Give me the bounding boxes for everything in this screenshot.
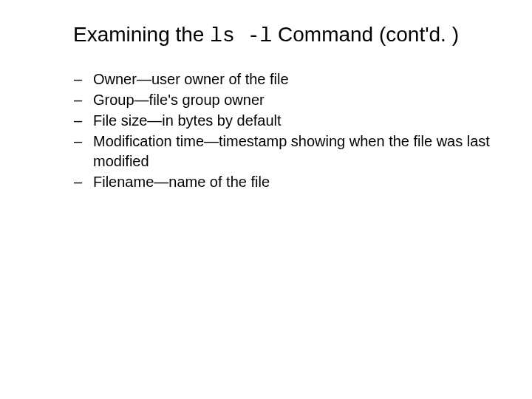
list-item-text: Group—file's group owner: [93, 90, 495, 110]
list-item-text: File size—in bytes by default: [93, 111, 495, 131]
title-command: ls -l: [210, 24, 272, 47]
list-item: – File size—in bytes by default: [74, 111, 495, 131]
bullet-list: – Owner—user owner of the file – Group—f…: [37, 69, 495, 192]
list-item-text: Owner—user owner of the file: [93, 69, 495, 89]
bullet-dash-icon: –: [74, 132, 93, 151]
list-item: – Filename—name of the file: [74, 172, 495, 192]
bullet-dash-icon: –: [74, 111, 93, 131]
list-item-text: Filename—name of the file: [93, 172, 495, 192]
list-item: – Group—file's group owner: [74, 90, 495, 110]
bullet-dash-icon: –: [74, 69, 93, 89]
title-suffix: Command (cont'd. ): [272, 23, 459, 46]
list-item: – Owner—user owner of the file: [74, 69, 495, 89]
list-item: – Modification time—timestamp showing wh…: [74, 132, 495, 171]
title-prefix: Examining the: [73, 23, 210, 46]
bullet-dash-icon: –: [74, 90, 93, 110]
slide-title: Examining the ls -l Command (cont'd. ): [37, 21, 495, 50]
list-item-text: Modification time—timestamp showing when…: [93, 132, 495, 171]
bullet-dash-icon: –: [74, 172, 93, 192]
